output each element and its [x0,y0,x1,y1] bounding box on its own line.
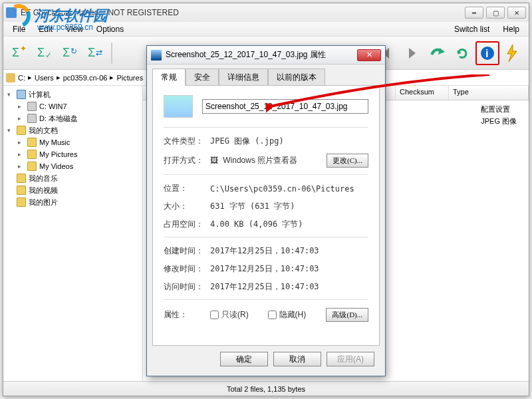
col-checksum[interactable]: Checksum [396,86,449,100]
dialog-buttons: 确定 取消 应用(A) [147,352,385,374]
svg-text:↻: ↻ [70,47,77,56]
tab-detail[interactable]: 详细信息 [219,68,268,86]
svg-text:Σ: Σ [88,46,95,59]
val-accessed: 2017年12月25日，10:47:03 [210,281,368,293]
val-ondisk: 4.00 KB (4,096 字节) [210,219,368,230]
tree-music[interactable]: ▸My Music [5,136,141,148]
file-thumbnail [164,95,193,118]
lbl-filetype: 文件类型： [164,136,210,147]
crumb-0[interactable]: C: [18,74,25,82]
titlebar: EF CheckSum Manager NOT REGISTERED ━ ▢ ✕ [3,3,529,22]
tree-mymusic[interactable]: 我的音乐 [5,172,141,184]
tab-general[interactable]: 常规 [152,68,186,86]
tree-docs[interactable]: ▾我的文档 [5,124,141,136]
dialog-titlebar: Screenshot_25_12_2017_10_47_03.jpg 属性 ✕ [147,46,385,65]
check-sigma-button[interactable]: Σ✓ [33,41,57,65]
tree-pics[interactable]: ▸My Pictures [5,148,141,160]
forward-button[interactable] [400,41,424,65]
status-bar: Total 2 files, 1,135 bytes [3,381,529,396]
lbl-ondisk: 占用空间： [164,219,210,230]
ok-button[interactable]: 确定 [220,352,268,366]
val-openwith: 🖼 Windows 照片查看器 [210,155,327,166]
refresh-button[interactable] [450,41,474,65]
tree-mypic[interactable]: 我的图片 [5,196,141,208]
folder-tree[interactable]: ▾计算机 ▸C: WIN7 ▸D: 本地磁盘 ▾我的文档 ▸My Music ▸… [3,86,143,381]
val-created: 2017年12月25日，10:47:03 [210,245,368,257]
crumb-1[interactable]: Users [35,74,54,82]
menu-help[interactable]: Help [496,25,526,34]
svg-text:i: i [485,48,488,59]
lbl-readonly: 只读(R) [221,310,249,319]
dialog-close-button[interactable]: ✕ [357,49,381,61]
dialog-tabs: 常规 安全 详细信息 以前的版本 [147,65,385,86]
update-sigma-button[interactable]: Σ↻ [58,41,82,65]
tree-computer[interactable]: ▾计算机 [5,88,141,100]
menu-file[interactable]: File [6,25,32,34]
svg-text:Σ: Σ [37,46,45,59]
lbl-modified: 修改时间： [164,263,210,275]
menu-options[interactable]: Options [90,25,130,34]
lbl-openwith: 打开方式： [164,155,210,166]
info-button[interactable]: i [475,41,499,65]
tree-vids[interactable]: ▸My Videos [5,160,141,172]
dialog-title: Screenshot_25_12_2017_10_47_03.jpg 属性 [166,49,326,61]
col-type[interactable]: Type [449,86,529,100]
properties-dialog: Screenshot_25_12_2017_10_47_03.jpg 属性 ✕ … [146,45,386,376]
svg-text:✦: ✦ [20,45,27,53]
lbl-hidden: 隐藏(H) [279,310,307,319]
maximize-button[interactable]: ▢ [486,7,505,19]
window-title: EF CheckSum Manager NOT REGISTERED [21,8,179,17]
hidden-checkbox[interactable] [268,311,277,319]
drive-icon [6,73,15,82]
svg-text:⇄: ⇄ [96,48,102,57]
close-button[interactable]: ✕ [507,7,526,19]
lbl-location: 位置： [164,183,210,194]
advanced-button[interactable]: 高级(D)... [326,308,368,322]
val-size: 631 字节 (631 字节) [210,201,368,212]
svg-text:Σ: Σ [12,46,19,59]
crumb-2[interactable]: pc0359.cn-06 [63,74,108,82]
tab-pane-general: 文件类型：JPEG 图像 (.jpg) 打开方式：🖼 Windows 照片查看器… [152,85,380,346]
row1-type[interactable]: 配置设置 [481,104,517,116]
separator [111,43,112,64]
lbl-accessed: 访问时间： [164,281,210,293]
watermark-url: www.pc0359.cn [37,23,93,32]
tree-myvideo[interactable]: 我的视频 [5,184,141,196]
svg-text:✓: ✓ [45,51,52,60]
lbl-created: 创建时间： [164,245,210,257]
row2-type[interactable]: JPEG 图像 [481,116,517,128]
tree-c[interactable]: ▸C: WIN7 [5,100,141,112]
app-icon [6,7,17,18]
tab-previous[interactable]: 以前的版本 [268,68,325,86]
file-icon [151,50,162,61]
attrs-group: 只读(R) 隐藏(H) [210,309,326,321]
change-button[interactable]: 更改(C)... [327,154,368,168]
filename-input[interactable] [202,99,368,114]
new-sigma-button[interactable]: Σ✦ [7,41,31,65]
apply-button[interactable]: 应用(A) [327,352,374,366]
lbl-attrs: 属性： [164,309,210,321]
tab-security[interactable]: 安全 [186,68,219,86]
val-location: C:\Users\pc0359.cn-06\Pictures [210,184,368,194]
lbl-size: 大小： [164,201,210,212]
minimize-button[interactable]: ━ [465,7,483,19]
svg-text:Σ: Σ [63,46,70,59]
cancel-button[interactable]: 取消 [273,352,321,366]
lightning-button[interactable] [501,41,525,65]
val-filetype: JPEG 图像 (.jpg) [210,136,368,147]
window-buttons: ━ ▢ ✕ [465,7,526,19]
status-text: Total 2 files, 1,135 bytes [227,385,305,393]
readonly-checkbox[interactable] [210,311,219,319]
tree-d[interactable]: ▸D: 本地磁盘 [5,112,141,124]
val-modified: 2017年12月25日，10:47:03 [210,263,368,275]
crumb-3[interactable]: Pictures [116,74,143,82]
menu-switch-list[interactable]: Switch list [448,25,496,34]
sync-sigma-button[interactable]: Σ⇄ [83,41,107,65]
up-button[interactable] [425,41,449,65]
